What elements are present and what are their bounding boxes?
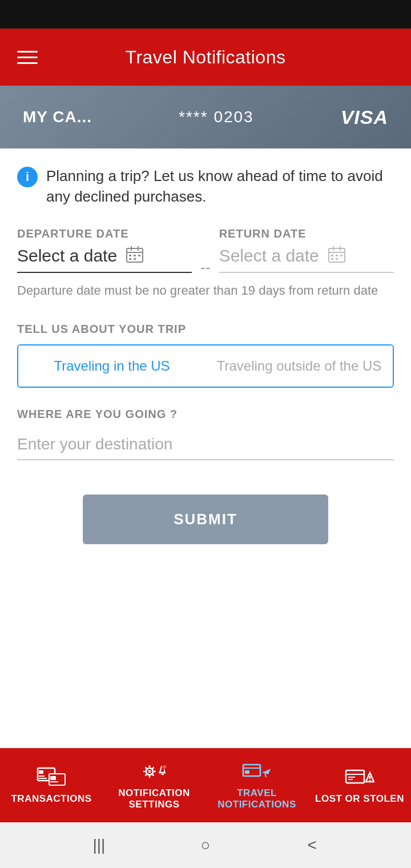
nav-item-notification-settings[interactable]: NOTIFICATION SETTINGS [103,754,206,817]
card-number: **** 0203 [179,108,254,126]
svg-rect-19 [39,770,43,774]
nav-label-lost-or-stolen: LOST OR STOLEN [315,793,404,805]
status-bar [0,0,411,29]
nav-label-notification-settings: NOTIFICATION SETTINGS [103,787,206,811]
page-title: Travel Notifications [126,47,286,68]
submit-button[interactable]: SUBMIT [83,495,328,544]
trip-us-button[interactable]: Traveling in the US [17,344,207,388]
svg-rect-6 [138,255,140,256]
nav-item-lost-or-stolen[interactable]: LOST OR STOLEN [308,760,411,810]
home-button[interactable]: ○ [194,834,217,857]
trip-outside-us-button[interactable]: Traveling outside of the US [206,345,393,387]
svg-rect-4 [129,255,131,256]
svg-line-40 [265,773,266,777]
recent-apps-button[interactable]: ||| [87,834,110,857]
destination-label: WHERE ARE YOU GOING ? [17,408,394,421]
svg-point-26 [148,770,151,773]
trip-toggle: Traveling in the US Traveling outside of… [17,344,394,388]
svg-rect-16 [331,258,333,260]
date-section: DEPARTURE DATE Select a date [17,227,394,276]
destination-input[interactable] [17,429,394,460]
submit-area: SUBMIT [17,495,394,544]
return-calendar-icon[interactable] [328,245,346,267]
nav-label-travel-notifications: TRAVEL NOTIFICATIONS [206,787,308,811]
departure-date-field[interactable]: DEPARTURE DATE Select a date [17,227,192,273]
trip-section-label: TELL US ABOUT YOUR TRIP [17,323,394,336]
system-nav: ||| ○ < [0,822,411,868]
svg-line-31 [146,767,147,769]
return-date-field[interactable]: RETURN DATE Select a date [219,227,394,273]
svg-rect-13 [331,255,333,256]
date-separator: -- [192,259,219,276]
svg-rect-8 [134,258,136,260]
svg-line-32 [152,774,154,775]
svg-rect-23 [50,776,56,780]
info-icon: i [17,167,38,187]
svg-line-33 [152,767,154,769]
card-display: MY CA... **** 0203 VISA [0,86,411,148]
nav-item-travel-notifications[interactable]: TRAVEL NOTIFICATIONS [206,754,308,817]
svg-rect-5 [134,255,136,256]
main-content: i Planning a trip? Let us know ahead of … [0,148,411,654]
svg-rect-15 [340,255,342,256]
return-date-placeholder: Select a date [219,246,319,266]
svg-point-36 [162,765,167,769]
content-spacer [0,654,411,748]
return-date-input-row[interactable]: Select a date [219,245,394,273]
card-brand: VISA [341,106,388,128]
bottom-nav: TRANSACTIONS NOTIFICATION SETTINGS [0,748,411,822]
svg-rect-17 [336,258,338,260]
info-notice: i Planning a trip? Let us know ahead of … [17,166,394,207]
departure-date-placeholder: Select a date [17,246,117,266]
departure-calendar-icon[interactable] [126,245,144,267]
svg-line-34 [146,774,147,775]
departure-date-label: DEPARTURE DATE [17,227,192,240]
date-hint: Departure date must be no greater than 1… [17,282,394,300]
departure-date-input-row[interactable]: Select a date [17,245,192,273]
back-button[interactable]: < [301,834,324,857]
svg-rect-14 [336,255,338,256]
header: Travel Notifications [0,29,411,86]
nav-item-transactions[interactable]: TRANSACTIONS [0,760,103,810]
svg-rect-39 [245,770,249,774]
nav-label-transactions: TRANSACTIONS [11,793,91,805]
menu-button[interactable] [17,51,38,64]
info-text: Planning a trip? Let us know ahead of ti… [46,166,394,207]
return-date-label: RETURN DATE [219,227,394,240]
svg-point-47 [369,779,371,781]
svg-rect-7 [129,258,131,260]
card-name: MY CA... [23,108,92,126]
